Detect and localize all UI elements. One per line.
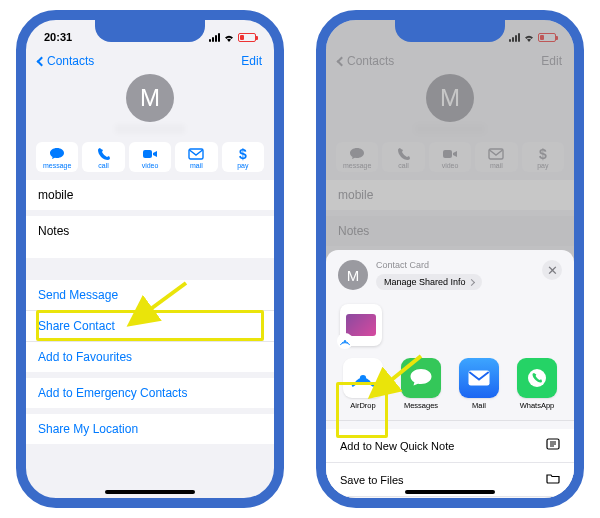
- contact-name: [115, 124, 185, 134]
- avatar: M: [126, 74, 174, 122]
- manage-shared-info-button[interactable]: Manage Shared Info: [376, 274, 482, 290]
- action-row: message call video mail $ pay: [26, 138, 274, 180]
- back-button[interactable]: Contacts: [38, 54, 94, 68]
- pay-button[interactable]: $ pay: [222, 142, 264, 172]
- video-icon: [142, 147, 158, 161]
- nav-bar: Contacts Edit: [26, 48, 274, 74]
- wifi-icon: [223, 33, 235, 42]
- svg-point-7: [528, 369, 546, 387]
- message-button[interactable]: message: [36, 142, 78, 172]
- airdrop-badge-icon: [337, 333, 353, 349]
- home-indicator[interactable]: [105, 490, 195, 494]
- battery-icon: [238, 33, 256, 42]
- sheet-title: Contact Card: [376, 260, 482, 270]
- annotation-arrow-2: [366, 352, 426, 400]
- close-icon: ✕: [547, 263, 558, 278]
- notes-field[interactable]: Notes: [26, 216, 274, 258]
- quicknote-icon: [546, 438, 560, 453]
- home-indicator[interactable]: [405, 490, 495, 494]
- status-time: 20:31: [44, 31, 72, 43]
- contact-header: M: [26, 74, 274, 138]
- mail-app[interactable]: Mail: [456, 358, 502, 410]
- pay-icon: $: [235, 147, 251, 161]
- mobile-field[interactable]: mobile: [26, 180, 274, 210]
- share-apps-row: AirDrop Messages Mail WhatsApp: [326, 350, 574, 421]
- phone-left: 20:31 Contacts Edit M message call video: [16, 10, 284, 508]
- mail-button[interactable]: mail: [175, 142, 217, 172]
- sheet-avatar: M: [338, 260, 368, 290]
- contact-card-thumbnail[interactable]: [340, 304, 382, 346]
- svg-rect-0: [143, 150, 152, 158]
- whatsapp-icon: [517, 358, 557, 398]
- chevron-right-icon: [468, 278, 475, 285]
- message-icon: [49, 147, 65, 161]
- wallpaper-icon: [346, 314, 376, 336]
- notch: [395, 18, 505, 42]
- folder-icon: [546, 472, 560, 487]
- contact-thumbnail-row: [326, 296, 574, 350]
- mail-app-icon: [459, 358, 499, 398]
- close-button[interactable]: ✕: [542, 260, 562, 280]
- notch: [95, 18, 205, 42]
- video-button[interactable]: video: [129, 142, 171, 172]
- share-sheet: M Contact Card Manage Shared Info ✕: [326, 250, 574, 498]
- back-label: Contacts: [47, 54, 94, 68]
- share-location-link[interactable]: Share My Location: [26, 414, 274, 444]
- add-emergency-link[interactable]: Add to Emergency Contacts: [26, 378, 274, 408]
- phone-right: Contacts Edit M message call video mail …: [316, 10, 584, 508]
- call-button[interactable]: call: [82, 142, 124, 172]
- add-favourites-link[interactable]: Add to Favourites: [26, 342, 274, 372]
- mail-icon: [188, 147, 204, 161]
- signal-icon: [209, 33, 220, 42]
- chevron-left-icon: [37, 56, 47, 66]
- annotation-arrow: [121, 278, 191, 328]
- whatsapp-app[interactable]: WhatsApp: [514, 358, 560, 410]
- add-quick-note-item[interactable]: Add to New Quick Note: [326, 429, 574, 463]
- edit-button[interactable]: Edit: [241, 54, 262, 68]
- phone-icon: [96, 147, 112, 161]
